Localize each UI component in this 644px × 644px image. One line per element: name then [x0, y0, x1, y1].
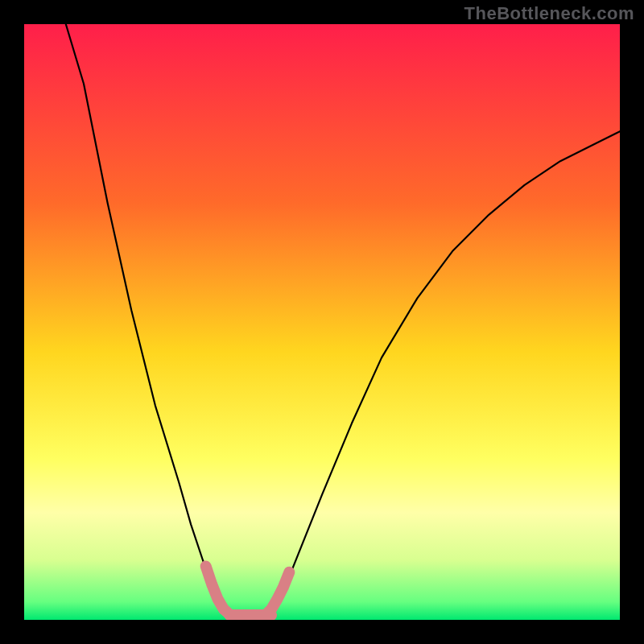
- chart-frame: TheBottleneck.com: [0, 0, 644, 644]
- plot-area: [24, 24, 620, 620]
- chart-svg: [24, 24, 620, 620]
- watermark-text: TheBottleneck.com: [464, 3, 634, 24]
- gradient-background: [24, 24, 620, 620]
